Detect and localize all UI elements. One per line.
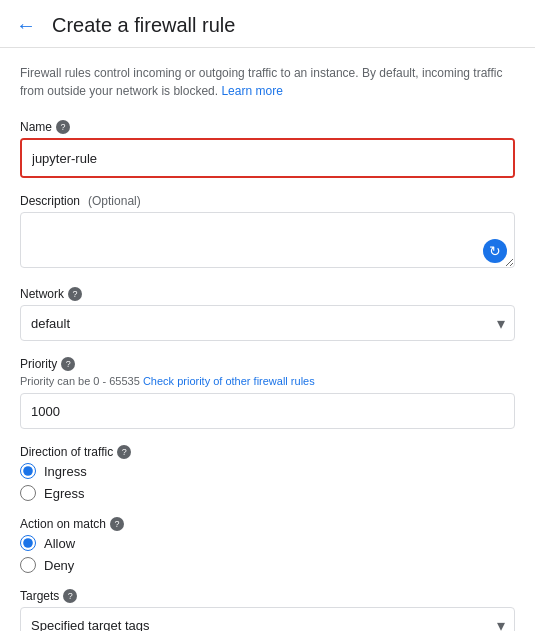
direction-egress-option[interactable]: Egress xyxy=(20,485,515,501)
targets-help-icon[interactable]: ? xyxy=(63,589,77,603)
content-area: Firewall rules control incoming or outgo… xyxy=(0,48,535,631)
direction-ingress-radio[interactable] xyxy=(20,463,36,479)
priority-input[interactable] xyxy=(20,393,515,429)
action-label: Action on match ? xyxy=(20,517,515,531)
direction-egress-label: Egress xyxy=(44,486,84,501)
action-radio-group: Allow Deny xyxy=(20,535,515,573)
network-select-wrapper: default ▾ xyxy=(20,305,515,341)
back-button[interactable]: ← xyxy=(16,14,36,37)
name-help-icon[interactable]: ? xyxy=(56,120,70,134)
direction-ingress-option[interactable]: Ingress xyxy=(20,463,515,479)
action-deny-option[interactable]: Deny xyxy=(20,557,515,573)
network-help-icon[interactable]: ? xyxy=(68,287,82,301)
priority-label: Priority ? xyxy=(20,357,515,371)
network-select[interactable]: default xyxy=(20,305,515,341)
page-container: ← Create a firewall rule Firewall rules … xyxy=(0,0,535,631)
page-title: Create a firewall rule xyxy=(52,14,235,37)
targets-select[interactable]: Specified target tags All instances in t… xyxy=(20,607,515,631)
learn-more-link[interactable]: Learn more xyxy=(221,84,282,98)
name-input[interactable] xyxy=(22,140,513,176)
header: ← Create a firewall rule xyxy=(0,0,535,48)
targets-label: Targets ? xyxy=(20,589,515,603)
targets-field-group: Targets ? Specified target tags All inst… xyxy=(20,589,515,631)
description-textarea[interactable] xyxy=(20,212,515,268)
refresh-icon[interactable]: ↻ xyxy=(483,239,507,263)
name-field-border xyxy=(20,138,515,178)
network-field-group: Network ? default ▾ xyxy=(20,287,515,341)
action-deny-radio[interactable] xyxy=(20,557,36,573)
network-label: Network ? xyxy=(20,287,515,301)
name-label: Name ? xyxy=(20,120,515,134)
action-allow-radio[interactable] xyxy=(20,535,36,551)
priority-link[interactable]: Check priority of other firewall rules xyxy=(143,375,315,387)
direction-help-icon[interactable]: ? xyxy=(117,445,131,459)
priority-field-group: Priority ? Priority can be 0 - 65535 Che… xyxy=(20,357,515,429)
action-deny-label: Deny xyxy=(44,558,74,573)
targets-select-wrapper: Specified target tags All instances in t… xyxy=(20,607,515,631)
direction-field-group: Direction of traffic ? Ingress Egress xyxy=(20,445,515,501)
description-textarea-wrapper: ↻ xyxy=(20,212,515,271)
direction-radio-group: Ingress Egress xyxy=(20,463,515,501)
action-help-icon[interactable]: ? xyxy=(110,517,124,531)
description-field-group: Description (Optional) ↻ xyxy=(20,194,515,271)
direction-egress-radio[interactable] xyxy=(20,485,36,501)
action-field-group: Action on match ? Allow Deny xyxy=(20,517,515,573)
action-allow-option[interactable]: Allow xyxy=(20,535,515,551)
priority-help-icon[interactable]: ? xyxy=(61,357,75,371)
direction-label: Direction of traffic ? xyxy=(20,445,515,459)
name-field-group: Name ? name xyxy=(20,120,515,178)
direction-ingress-label: Ingress xyxy=(44,464,87,479)
priority-hint: Priority can be 0 - 65535 Check priority… xyxy=(20,375,515,387)
action-allow-label: Allow xyxy=(44,536,75,551)
description-label: Description (Optional) xyxy=(20,194,515,208)
description-text: Firewall rules control incoming or outgo… xyxy=(20,64,515,100)
